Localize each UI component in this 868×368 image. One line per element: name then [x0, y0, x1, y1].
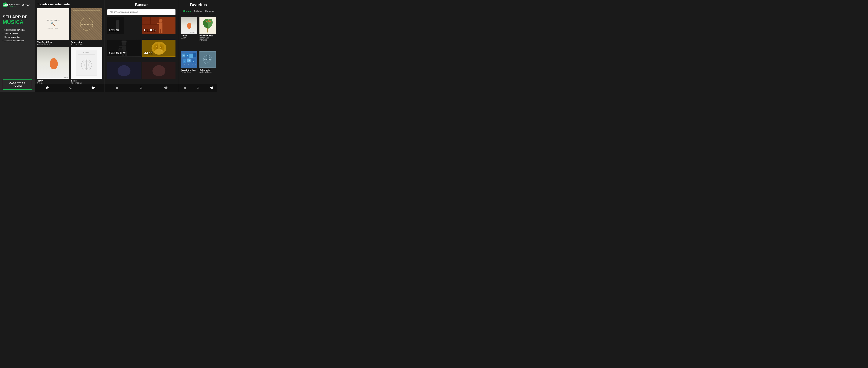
album-art-inside: ENTER: [71, 47, 102, 79]
tab-songs[interactable]: Músicas: [204, 9, 216, 14]
hero-line1: SEU APP DE: [3, 15, 32, 19]
genre-card-extra1[interactable]: [107, 62, 141, 79]
svg-rect-43: [122, 40, 126, 42]
recently-played-content: Tocadas recentemente ANDREW HOWES 🔨 THE …: [35, 0, 104, 84]
fav-album-paw-paw[interactable]: Handmade Moments Paw Paw Tree Handmade M…: [199, 17, 216, 49]
search-icon: [69, 86, 72, 90]
fav-title-paw-paw: Paw Paw Tree: [199, 34, 216, 37]
spotcode-logo-icon: [3, 2, 8, 7]
svg-text:O: O: [184, 64, 185, 65]
tab-albums[interactable]: Álbums: [181, 9, 192, 14]
genre-label-rock: ROCK: [109, 28, 119, 32]
feature-descobertas: As novas Descobertas: [3, 40, 32, 42]
search-nav-search[interactable]: [137, 85, 146, 91]
favorites-tabs: Álbums Artistas Músicas: [181, 9, 216, 14]
feature-lancamentos: Os Lançamentos: [3, 36, 32, 38]
fav-nav-home[interactable]: [181, 85, 189, 91]
svg-text:P: P: [189, 60, 190, 62]
svg-text:A: A: [192, 64, 192, 65]
fav-art-everything-zen: Q U I D P R O W A R: [181, 51, 197, 68]
svg-rect-39: [161, 29, 162, 33]
genre-label-blues: BLUES: [144, 28, 156, 32]
svg-text:ENTER: ENTER: [83, 52, 90, 54]
fav-album-everything-zen[interactable]: Q U I D P R O W A R Everything Zen Yello…: [181, 51, 197, 81]
home-icon-search: [115, 86, 119, 90]
search-nav-home[interactable]: [113, 85, 121, 91]
fav-title-gubernator: Gubernator: [199, 69, 216, 71]
fav-album-gubernator[interactable]: GUBERNATOR Gubernator Andrew Howes: [199, 51, 216, 81]
genre-card-blues[interactable]: BLUES: [142, 17, 176, 34]
svg-point-35: [159, 19, 162, 23]
favorites-bottom-nav: [178, 84, 217, 92]
entrar-button[interactable]: ENTRAR: [20, 3, 32, 7]
favorites-albums-grid: TRINITY Trinity Cullah: [178, 15, 217, 84]
svg-rect-55: [158, 41, 160, 49]
middle-nav-home[interactable]: [42, 85, 52, 91]
svg-point-56: [155, 46, 157, 48]
fav-sub-gubernator: Andrew Howes: [199, 71, 216, 73]
album-card-gubernator[interactable]: GUBERNATOR Gubernator Andrew Howes: [71, 8, 102, 45]
recently-played-panel: Tocadas recentemente ANDREW HOWES 🔨 THE …: [35, 0, 105, 92]
nav-active-bar: [44, 90, 50, 90]
svg-text:Handmade Moments: Handmade Moments: [205, 33, 210, 34]
hero-line2: MÚSICA: [3, 19, 32, 25]
feature-favoritas: Suas músicas Favoritas: [3, 29, 32, 31]
hammer-icon: 🔨: [51, 22, 55, 26]
svg-point-69: [208, 20, 209, 22]
fav-nav-favorites[interactable]: [208, 85, 216, 91]
genre-label-jazz: JAZZ: [144, 51, 153, 55]
album-title-gubernator: Gubernator: [71, 41, 102, 43]
home-icon-fav: [183, 86, 187, 90]
left-panel: Spotcode2 BY ONEBIT ENTRAR SEU APP DE MÚ…: [0, 0, 35, 92]
middle-nav-search[interactable]: [66, 85, 75, 91]
genre-card-extra2[interactable]: [142, 62, 176, 79]
fav-sub-trinity: Cullah: [181, 37, 197, 39]
genre-card-rock[interactable]: ROCK: [107, 17, 141, 34]
feature-podcasts: Seus Podcasts: [3, 32, 32, 34]
svg-text:R: R: [193, 61, 194, 62]
fav-sub-paw-paw: Handmade Moments: [199, 37, 216, 41]
svg-rect-99: [207, 57, 209, 60]
cadastrar-button[interactable]: CADASTRAR AGORA: [3, 80, 32, 90]
svg-rect-38: [159, 29, 160, 33]
svg-point-6: [80, 18, 93, 30]
fav-nav-search[interactable]: [194, 85, 203, 91]
search-input-wrap[interactable]: [107, 9, 176, 15]
favorites-title: Favoritos: [181, 3, 216, 7]
svg-text:I: I: [191, 56, 191, 57]
album-art-trinity: TRINITY: [37, 47, 69, 79]
hero-text: SEU APP DE MÚSICA: [3, 15, 32, 25]
svg-point-98: [207, 55, 209, 57]
svg-line-7: [71, 8, 102, 40]
recently-played-grid: ANDREW HOWES 🔨 THE GREAT BEAR The Great …: [37, 8, 102, 84]
album-card-trinity[interactable]: TRINITY Trinity Cullah: [37, 47, 69, 84]
svg-text:D: D: [185, 61, 185, 62]
album-artist-gubernator: Andrew Howes: [71, 43, 102, 45]
svg-point-61: [118, 65, 131, 76]
svg-point-58: [160, 47, 161, 48]
trinity-text: TRINITY: [62, 76, 68, 78]
tab-artists[interactable]: Artistas: [192, 9, 204, 14]
genre-card-jazz[interactable]: JAZZ: [142, 40, 176, 57]
svg-text:GUBERNATOR: GUBERNATOR: [80, 23, 93, 26]
album-art-gubernator: GUBERNATOR: [71, 8, 102, 40]
album-card-great-bear[interactable]: ANDREW HOWES 🔨 THE GREAT BEAR The Great …: [37, 8, 69, 45]
svg-rect-77: [193, 53, 196, 57]
svg-line-8: [71, 8, 102, 40]
middle-nav-favorites[interactable]: [89, 85, 97, 91]
recently-played-title: Tocadas recentemente: [37, 3, 102, 6]
home-icon: [45, 86, 49, 89]
search-bottom-nav: [105, 84, 178, 92]
album-card-inside[interactable]: ENTER Inside King Imagine: [71, 47, 102, 84]
logo-sub: BY ONEBIT: [9, 6, 20, 7]
middle-bottom-nav: [35, 84, 104, 92]
fav-album-trinity[interactable]: TRINITY Trinity Cullah: [181, 17, 197, 49]
logo: Spotcode2 BY ONEBIT: [3, 2, 20, 7]
search-nav-favorites[interactable]: [162, 85, 170, 91]
search-input[interactable]: [110, 11, 173, 13]
heart-icon: [91, 86, 95, 90]
genre-card-country[interactable]: COUNTRY: [107, 40, 141, 57]
svg-point-70: [206, 21, 207, 22]
svg-point-57: [156, 50, 158, 51]
svg-rect-36: [159, 23, 162, 29]
